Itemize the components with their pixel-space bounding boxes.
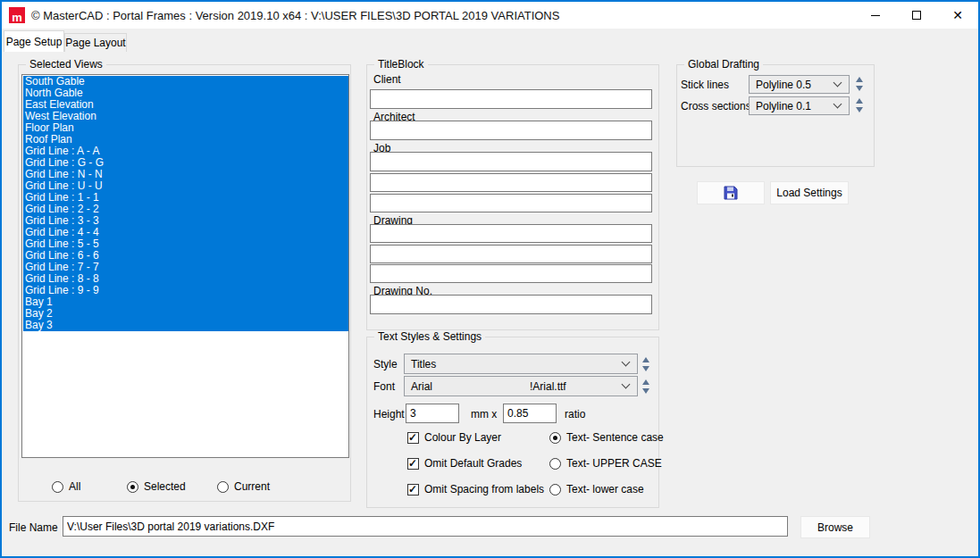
job-field-3[interactable] xyxy=(370,194,652,212)
checkbox-omit-default-grades[interactable]: Omit Default Grades xyxy=(407,457,522,470)
style-dropdown[interactable]: Titles xyxy=(404,354,638,374)
minimize-icon xyxy=(871,15,880,16)
load-settings-button[interactable]: Load Settings xyxy=(770,181,849,204)
cross-sections-dropdown[interactable]: Polyline 0.1 xyxy=(749,96,850,115)
maximize-icon xyxy=(912,11,921,20)
load-settings-label: Load Settings xyxy=(776,187,842,199)
style-dropdown-value: Titles xyxy=(411,358,436,371)
checkbox-label: Colour By Layer xyxy=(424,431,501,444)
radio-current-icon xyxy=(217,481,229,493)
titlebar: m © MasterCAD : Portal Frames : Version … xyxy=(2,2,978,29)
drawing-field-3[interactable] xyxy=(370,264,652,283)
radio-text-sentence-case[interactable]: Text- Sentence case xyxy=(549,431,664,444)
chevron-down-icon xyxy=(622,379,631,388)
style-label: Style xyxy=(373,358,398,371)
list-item[interactable]: Bay 2 xyxy=(23,308,348,320)
close-icon: ✕ xyxy=(952,9,963,21)
radio-label: Text- lower case xyxy=(566,483,644,496)
radio-all-icon xyxy=(52,481,63,493)
list-item[interactable]: Grid Line : 9 - 9 xyxy=(23,285,348,296)
font-dropdown-file: !Arial.ttf xyxy=(530,380,566,393)
file-name-field[interactable] xyxy=(63,516,788,537)
global-drafting-group-label: Global Drafting xyxy=(684,58,763,71)
font-spinner[interactable] xyxy=(640,375,652,397)
save-settings-button[interactable] xyxy=(697,181,765,204)
window-title: © MasterCAD : Portal Frames : Version 20… xyxy=(31,9,559,22)
selected-views-listbox[interactable]: South GableNorth GableEast ElevationWest… xyxy=(21,74,349,458)
selected-views-group-label: Selected Views xyxy=(26,58,106,71)
radio-all-label: All xyxy=(69,480,80,493)
drawing-no-field[interactable] xyxy=(370,295,652,314)
client-label: Client xyxy=(373,73,401,86)
app-logo-icon: m xyxy=(9,7,25,23)
radio-all[interactable]: All xyxy=(52,480,80,493)
tab-page-layout[interactable]: Page Layout xyxy=(64,33,127,52)
radio-selected-label: Selected xyxy=(144,480,186,493)
checkbox-icon xyxy=(407,432,419,444)
architect-field[interactable] xyxy=(370,121,652,140)
spin-up-icon xyxy=(856,98,863,104)
maximize-button[interactable] xyxy=(896,2,937,29)
radio-text-upper-case[interactable]: Text- UPPER CASE xyxy=(549,457,662,470)
font-dropdown-value: Arial xyxy=(411,380,432,393)
minimize-button[interactable] xyxy=(855,2,896,29)
stick-lines-spinner[interactable] xyxy=(853,73,866,95)
radio-selected[interactable]: Selected xyxy=(127,480,186,493)
spin-down-icon xyxy=(642,366,649,371)
radio-label: Text- UPPER CASE xyxy=(566,457,662,470)
spin-down-icon xyxy=(856,86,863,91)
radio-label: Text- Sentence case xyxy=(566,431,664,444)
cross-sections-dropdown-value: Polyline 0.1 xyxy=(756,100,811,112)
job-field-1[interactable] xyxy=(370,152,652,171)
text-styles-group-label: Text Styles & Settings xyxy=(374,330,485,343)
stick-lines-dropdown-value: Polyline 0.5 xyxy=(756,79,811,91)
spin-up-icon xyxy=(642,379,649,385)
font-dropdown[interactable]: Arial !Arial.ttf xyxy=(404,376,638,396)
tab-page-setup-label: Page Setup xyxy=(6,36,63,48)
checkbox-label: Omit Spacing from labels xyxy=(424,483,544,496)
browse-button[interactable]: Browse xyxy=(800,516,870,538)
ratio-label: ratio xyxy=(565,408,585,421)
ratio-field[interactable] xyxy=(503,404,557,423)
chevron-down-icon xyxy=(833,78,842,87)
file-name-label: File Name xyxy=(9,521,58,534)
spin-up-icon xyxy=(856,77,863,82)
browse-label: Browse xyxy=(817,521,853,534)
mm-x-label: mm x xyxy=(471,408,497,421)
stick-lines-dropdown[interactable]: Polyline 0.5 xyxy=(749,75,850,94)
font-label: Font xyxy=(373,380,395,393)
list-item[interactable]: Bay 3 xyxy=(23,320,348,331)
spin-down-icon xyxy=(856,107,863,112)
close-button[interactable]: ✕ xyxy=(937,2,978,29)
height-label: Height xyxy=(373,408,405,421)
cross-sections-spinner[interactable] xyxy=(853,95,866,116)
chevron-down-icon xyxy=(833,99,842,108)
style-spinner[interactable] xyxy=(640,353,652,375)
radio-icon xyxy=(549,484,561,496)
checkbox-omit-spacing[interactable]: Omit Spacing from labels xyxy=(407,483,544,496)
job-field-2[interactable] xyxy=(370,173,652,192)
chevron-down-icon xyxy=(622,357,631,366)
checkbox-label: Omit Default Grades xyxy=(424,457,522,470)
checkbox-colour-by-layer[interactable]: Colour By Layer xyxy=(407,431,501,444)
height-field[interactable] xyxy=(406,404,459,423)
app-logo-letter: m xyxy=(12,12,22,23)
cross-sections-label: Cross sections xyxy=(681,100,751,112)
spin-up-icon xyxy=(642,357,649,362)
radio-icon xyxy=(549,458,561,470)
spin-down-icon xyxy=(642,388,649,394)
radio-current-label: Current xyxy=(234,480,270,493)
save-icon xyxy=(724,186,738,200)
client-field[interactable] xyxy=(370,89,652,109)
radio-text-lower-case[interactable]: Text- lower case xyxy=(549,483,644,496)
tab-page-layout-label: Page Layout xyxy=(65,37,125,49)
checkbox-icon xyxy=(407,484,419,496)
radio-current[interactable]: Current xyxy=(217,480,270,493)
checkbox-icon xyxy=(407,458,419,470)
app-window: m © MasterCAD : Portal Frames : Version … xyxy=(0,0,980,558)
drawing-field-1[interactable] xyxy=(370,224,652,243)
titleblock-group-label: TitleBlock xyxy=(374,58,428,71)
drawing-field-2[interactable] xyxy=(370,245,652,263)
tab-page-setup[interactable]: Page Setup xyxy=(4,30,64,52)
list-item[interactable]: Bay 1 xyxy=(23,296,348,308)
